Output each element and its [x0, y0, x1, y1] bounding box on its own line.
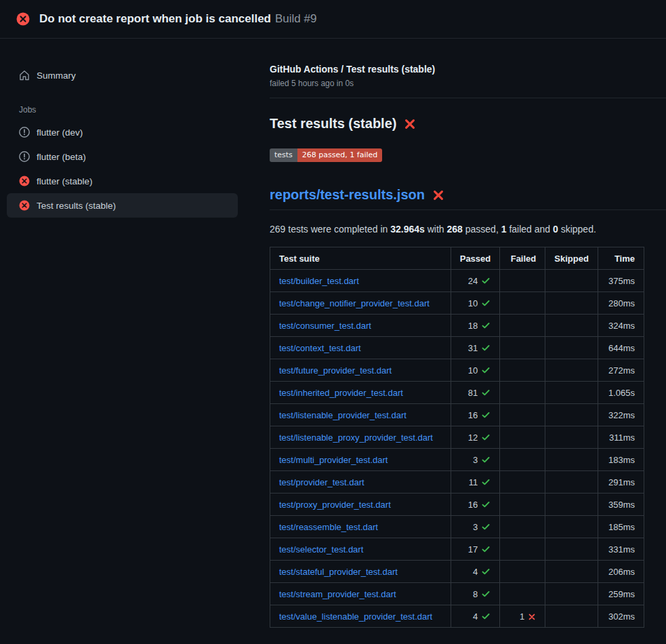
check-icon: [481, 522, 491, 531]
failed-cell: [500, 270, 545, 292]
sidebar-job-item[interactable]: flutter (stable): [7, 169, 238, 193]
time-cell: 280ms: [598, 292, 644, 315]
failed-cell: 1: [500, 605, 545, 628]
suite-link[interactable]: test/reassemble_test.dart: [279, 522, 378, 532]
x-mark-icon: [528, 613, 536, 621]
failed-cell: [500, 404, 545, 426]
suite-link[interactable]: test/inherited_provider_test.dart: [279, 388, 403, 398]
time-cell: 324ms: [598, 315, 644, 337]
time-cell: 272ms: [598, 359, 644, 382]
time-cell: 302ms: [598, 605, 644, 628]
check-icon: [481, 611, 491, 621]
x-circle-icon: [19, 176, 30, 186]
skipped-cell: [545, 583, 598, 605]
time-cell: 359ms: [598, 494, 644, 516]
sidebar-item-summary[interactable]: Summary: [7, 63, 238, 87]
run-meta: failed 5 hours ago in 0s: [270, 79, 644, 88]
summary-duration: 32.964s: [390, 224, 425, 235]
skipped-cell: [545, 538, 598, 561]
breadcrumb: GitHub Actions / Test results (stable): [270, 64, 644, 75]
failed-cell: [500, 382, 545, 404]
build-number: Build #9: [275, 12, 316, 25]
passed-cell: 31: [451, 337, 500, 359]
skipped-cell: [545, 337, 598, 359]
table-row: test/listenable_provider_test.dart 16 32…: [270, 404, 644, 426]
passed-cell: 81: [451, 382, 500, 404]
sidebar-job-item[interactable]: flutter (beta): [7, 144, 238, 169]
x-mark-icon: [404, 118, 416, 130]
passed-cell: 10: [451, 359, 500, 382]
suite-link[interactable]: test/change_notifier_provider_test.dart: [279, 298, 430, 308]
x-circle-icon: [19, 200, 30, 211]
suite-link[interactable]: test/builder_test.dart: [279, 276, 359, 286]
failed-cell: [500, 337, 545, 359]
suite-link[interactable]: test/listenable_proxy_provider_test.dart: [279, 432, 433, 443]
passed-cell: 3: [451, 516, 500, 538]
passed-cell: 12: [451, 426, 500, 449]
passed-cell: 4: [451, 605, 500, 628]
failed-cell: [500, 292, 545, 315]
suite-link[interactable]: test/proxy_provider_test.dart: [279, 500, 391, 510]
build-header: Do not create report when job is cancell…: [0, 0, 666, 39]
main-content: GitHub Actions / Test results (stable) f…: [248, 39, 666, 628]
suite-link[interactable]: test/stream_provider_test.dart: [279, 589, 396, 599]
results-table: Test suite Passed Failed Skipped Time te…: [270, 247, 644, 628]
passed-cell: 4: [451, 561, 500, 583]
suite-link[interactable]: test/context_test.dart: [279, 343, 361, 353]
failed-cell: [500, 583, 545, 605]
check-icon: [481, 477, 491, 487]
badge-label: tests: [270, 148, 297, 162]
skipped-cell: [545, 315, 598, 337]
skipped-cell: [545, 605, 598, 628]
passed-cell: 16: [451, 494, 500, 516]
sidebar-job-item[interactable]: Test results (stable): [7, 193, 238, 218]
check-icon: [481, 500, 491, 509]
suite-link[interactable]: test/multi_provider_test.dart: [279, 455, 388, 465]
report-link[interactable]: reports/test-results.json: [270, 187, 425, 203]
skipped-cell: [545, 359, 598, 382]
check-icon: [481, 276, 491, 285]
passed-cell: 11: [451, 471, 500, 494]
table-row: test/reassemble_test.dart 3 185ms: [270, 516, 644, 538]
job-label: flutter (dev): [37, 127, 83, 138]
time-cell: 311ms: [598, 426, 644, 449]
section-heading: Test results (stable): [270, 116, 644, 132]
summary-text: 269 tests were completed in: [270, 224, 390, 235]
suite-link[interactable]: test/future_provider_test.dart: [279, 365, 392, 376]
time-cell: 331ms: [598, 538, 644, 561]
passed-cell: 8: [451, 583, 500, 605]
time-cell: 259ms: [598, 583, 644, 605]
suite-link[interactable]: test/provider_test.dart: [279, 477, 365, 487]
check-icon: [481, 321, 491, 330]
table-row: test/builder_test.dart 24 375ms: [270, 270, 644, 292]
check-icon: [481, 589, 491, 599]
passed-cell: 18: [451, 315, 500, 337]
skipped-cell: [545, 292, 598, 315]
skipped-cell: [545, 561, 598, 583]
job-label: flutter (beta): [37, 152, 86, 162]
jobs-heading: Jobs: [19, 105, 238, 115]
suite-link[interactable]: test/consumer_test.dart: [279, 321, 371, 331]
check-icon: [481, 567, 491, 576]
suite-link[interactable]: test/stateful_provider_test.dart: [279, 567, 398, 577]
table-row: test/change_notifier_provider_test.dart …: [270, 292, 644, 315]
table-header-row: Test suite Passed Failed Skipped Time: [270, 247, 644, 270]
sidebar-job-item[interactable]: flutter (dev): [7, 120, 238, 144]
job-label: Test results (stable): [37, 201, 116, 211]
table-row: test/context_test.dart 31 644ms: [270, 337, 644, 359]
alert-circle-icon: [19, 151, 30, 162]
time-cell: 1.065s: [598, 382, 644, 404]
build-title: Do not create report when job is cancell…: [39, 12, 271, 25]
time-cell: 322ms: [598, 404, 644, 426]
time-cell: 291ms: [598, 471, 644, 494]
divider: [270, 98, 666, 98]
passed-cell: 16: [451, 404, 500, 426]
table-row: test/multi_provider_test.dart 3 183ms: [270, 449, 644, 471]
passed-cell: 3: [451, 449, 500, 471]
suite-link[interactable]: test/listenable_provider_test.dart: [279, 410, 407, 420]
table-row: test/proxy_provider_test.dart 16 359ms: [270, 494, 644, 516]
col-test-suite: Test suite: [270, 247, 451, 270]
suite-link[interactable]: test/value_listenable_provider_test.dart: [279, 611, 432, 622]
suite-link[interactable]: test/selector_test.dart: [279, 544, 363, 555]
check-icon: [481, 298, 491, 308]
